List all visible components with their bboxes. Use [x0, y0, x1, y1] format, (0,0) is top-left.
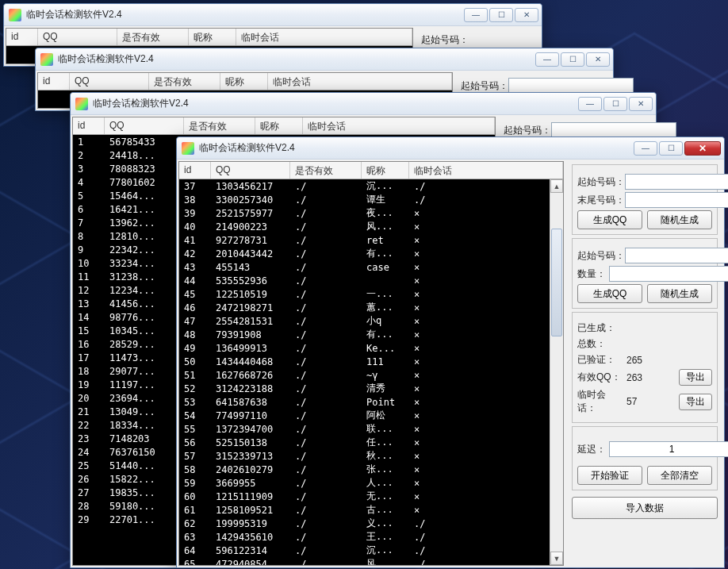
- col-nick[interactable]: 昵称: [189, 29, 236, 45]
- close-button[interactable]: ✕: [586, 52, 610, 67]
- close-button[interactable]: ✕: [684, 141, 721, 156]
- rand-gen-button-2[interactable]: 随机生成: [647, 284, 712, 303]
- table-row[interactable]: 511627668726./~γ×: [179, 368, 550, 382]
- col-nick[interactable]: 昵称: [255, 117, 303, 134]
- scroll-track[interactable]: [550, 193, 563, 552]
- maximize-button[interactable]: ☐: [489, 8, 513, 22]
- cell-qq: 1627668726: [211, 370, 290, 381]
- col-session[interactable]: 临时会话: [268, 73, 452, 90]
- table-row[interactable]: 523124223188./清秀×: [179, 382, 550, 395]
- table-row[interactable]: 472554281531./小q×: [179, 314, 550, 328]
- minimize-button[interactable]: —: [535, 52, 559, 67]
- maximize-button[interactable]: ☐: [561, 52, 584, 67]
- cell-nick: 111: [362, 356, 409, 367]
- col-id[interactable]: id: [38, 73, 70, 90]
- start-no-input[interactable]: [625, 174, 728, 190]
- table-row[interactable]: 551372394700./联...×: [179, 422, 550, 436]
- col-session[interactable]: 临时会话: [409, 162, 563, 179]
- col-qq[interactable]: QQ: [105, 117, 184, 134]
- maximize-button[interactable]: ☐: [603, 97, 627, 111]
- table-row[interactable]: 64596122314./沉..../: [179, 544, 550, 557]
- end-no-input[interactable]: [625, 192, 728, 208]
- maximize-button[interactable]: ☐: [659, 141, 683, 156]
- table-row[interactable]: 45122510519./一...×: [179, 287, 550, 301]
- col-id[interactable]: id: [6, 29, 38, 45]
- col-session[interactable]: 临时会话: [236, 29, 412, 45]
- table-row[interactable]: 631429435610./王..../: [179, 530, 550, 544]
- col-qq[interactable]: QQ: [38, 29, 117, 45]
- export-sess-button[interactable]: 导出: [679, 394, 712, 410]
- col-nick[interactable]: 昵称: [220, 73, 268, 90]
- rand-gen-button[interactable]: 随机生成: [647, 210, 712, 229]
- minimize-button[interactable]: —: [464, 8, 488, 22]
- count-input[interactable]: [609, 266, 728, 282]
- table-row[interactable]: 611258109521./古...×: [179, 503, 550, 517]
- titlebar[interactable]: 临时会话检测软件V2.4 — ☐ ✕: [71, 93, 656, 115]
- table-row[interactable]: 49136499913./Ke...×: [179, 341, 550, 355]
- clear-all-button[interactable]: 全部清空: [647, 466, 712, 485]
- cell-id: 24: [73, 447, 105, 458]
- cell-qq: 1372394700: [211, 424, 290, 435]
- start-no-input[interactable]: [508, 78, 634, 94]
- col-qq[interactable]: QQ: [70, 73, 149, 90]
- scroll-up-icon[interactable]: ▲: [550, 179, 563, 193]
- table-row[interactable]: 383300257340./谭生./: [179, 193, 550, 206]
- table-row[interactable]: 601215111909./无...×: [179, 490, 550, 503]
- start-no-input[interactable]: [551, 122, 676, 138]
- col-qq[interactable]: QQ: [211, 162, 290, 179]
- table-row[interactable]: 501434440468./111×: [179, 355, 550, 368]
- titlebar[interactable]: 临时会话检测软件V2.4 — ☐ ✕: [36, 48, 613, 71]
- table-row[interactable]: 53641587638./Point×: [179, 395, 550, 409]
- minimize-button[interactable]: —: [578, 97, 602, 111]
- table-row[interactable]: 593669955./人...×: [179, 476, 550, 490]
- cell-id: 59: [179, 478, 211, 489]
- col-valid[interactable]: 是否有效: [184, 117, 255, 134]
- table-row[interactable]: 56525150138./任...×: [179, 436, 550, 449]
- export-valid-button[interactable]: 导出: [679, 369, 712, 386]
- table-row[interactable]: 392521575977./夜...×: [179, 206, 550, 220]
- close-button[interactable]: ✕: [515, 8, 538, 22]
- cell-nick: 沉...: [362, 544, 409, 557]
- close-button[interactable]: ✕: [629, 97, 653, 111]
- table-row[interactable]: 462472198271./蕙...×: [179, 301, 550, 314]
- col-valid[interactable]: 是否有效: [149, 73, 220, 90]
- scroll-thumb[interactable]: [551, 229, 562, 336]
- gen-qq-button[interactable]: 生成QQ: [577, 210, 642, 229]
- cell-id: 65: [179, 559, 211, 566]
- minimize-button[interactable]: —: [634, 141, 657, 156]
- col-valid[interactable]: 是否有效: [117, 29, 189, 45]
- table-row[interactable]: 371303456217./沉..../: [179, 179, 550, 193]
- gen-qq-button-2[interactable]: 生成QQ: [577, 284, 642, 303]
- table-row[interactable]: 41927278731./ret×: [179, 233, 550, 247]
- table-row[interactable]: 43455143./case×: [179, 260, 550, 274]
- table-row[interactable]: 65472940854./风..../: [179, 557, 550, 565]
- cell-session: ×: [409, 383, 457, 394]
- titlebar[interactable]: 临时会话检测软件V2.4 — ☐ ✕: [177, 137, 724, 160]
- table-row[interactable]: 422010443442./有...×: [179, 247, 550, 260]
- table-row[interactable]: 573152339713./秋...×: [179, 449, 550, 463]
- col-session[interactable]: 临时会话: [303, 117, 495, 134]
- scroll-down-icon[interactable]: ▼: [550, 552, 563, 565]
- import-data-button[interactable]: 导入数据: [572, 497, 718, 519]
- table-row[interactable]: 4879391908./有...×: [179, 328, 550, 341]
- cell-id: 16: [73, 339, 105, 350]
- col-valid[interactable]: 是否有效: [290, 162, 362, 179]
- cell-id: 18: [73, 366, 105, 377]
- start-verify-button[interactable]: 开始验证: [577, 466, 642, 485]
- scrollbar[interactable]: ▲ ▼: [550, 179, 563, 565]
- start-no-input-2[interactable]: [625, 248, 728, 263]
- col-nick[interactable]: 昵称: [362, 162, 409, 179]
- col-id[interactable]: id: [73, 117, 105, 134]
- table-row[interactable]: 582402610279./张...×: [179, 463, 550, 476]
- titlebar[interactable]: 临时会话检测软件V2.4 — ☐ ✕: [4, 4, 542, 26]
- col-id[interactable]: id: [179, 162, 211, 179]
- delay-input[interactable]: [609, 441, 728, 457]
- cell-id: 29: [73, 514, 105, 525]
- table-row[interactable]: 40214900223./风...×: [179, 220, 550, 233]
- table-row[interactable]: 44535552936./×: [179, 274, 550, 287]
- grid-body[interactable]: 371303456217./沉..../383300257340./谭生./39…: [179, 179, 550, 565]
- cell-nick: 小q: [362, 314, 409, 328]
- cell-nick: 风...: [362, 220, 409, 233]
- table-row[interactable]: 62199995319./义..../: [179, 517, 550, 530]
- table-row[interactable]: 54774997110./阿松×: [179, 409, 550, 422]
